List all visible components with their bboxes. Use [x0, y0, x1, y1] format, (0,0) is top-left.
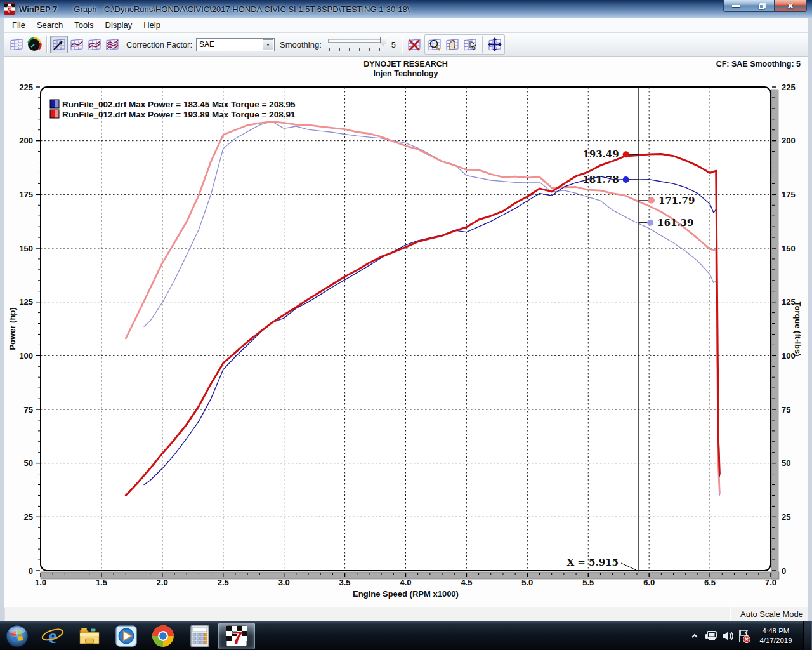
slider-ticks: [329, 48, 380, 51]
document-title: Graph - C:\DynoRuns\HONDA\CIVIC\2017 HON…: [74, 4, 409, 14]
legend-entry: RunFile_012.drf Max Power = 193.89 Max T…: [62, 110, 296, 119]
menu-help[interactable]: Help: [138, 18, 166, 32]
chevron-down-icon[interactable]: ▼: [263, 39, 273, 50]
flag-alert-icon: [737, 628, 752, 644]
calculator-button[interactable]: [181, 623, 218, 649]
status-panel-left: [4, 608, 730, 620]
winpep-window: 7 WinPEP 7Graph - C:\DynoRuns\HONDA\CIVI…: [0, 0, 812, 650]
menu-search[interactable]: Search: [31, 18, 69, 32]
svg-text:225: 225: [782, 83, 796, 92]
pan-hand-icon: [445, 37, 460, 52]
folder-icon: [77, 624, 102, 648]
title-bar: 7 WinPEP 7Graph - C:\DynoRuns\HONDA\CIVI…: [0, 0, 812, 18]
svg-text:Engine Speed (RPM x1000): Engine Speed (RPM x1000): [353, 589, 459, 599]
new-graph-button[interactable]: [50, 36, 68, 53]
new-graph-icon: [51, 37, 67, 52]
internet-explorer-button[interactable]: e: [34, 623, 71, 649]
network-tray-button[interactable]: [703, 623, 719, 649]
cf-smoothing-note: CF: SAE Smoothing: 5: [716, 60, 801, 69]
move-axes-button[interactable]: [486, 36, 504, 53]
restore-icon: [759, 4, 764, 9]
menu-tools[interactable]: Tools: [69, 18, 99, 32]
app-name: WinPEP 7: [19, 4, 57, 14]
action-center-button[interactable]: [736, 623, 752, 649]
cursor-marker-dot: [648, 197, 655, 204]
graph-multi-button[interactable]: [103, 36, 121, 53]
cursor-value-label: 193.49: [582, 149, 619, 160]
svg-text:25: 25: [782, 512, 790, 522]
clock-time: 4:48 PM: [754, 627, 798, 636]
internet-explorer-icon: e: [41, 624, 65, 648]
menu-display[interactable]: Display: [100, 18, 138, 32]
svg-text:200: 200: [19, 136, 33, 145]
menu-file[interactable]: File: [6, 18, 31, 32]
taskbar-apps: e: [0, 621, 255, 650]
graph-overlay-button[interactable]: [68, 36, 86, 53]
dyno-chart[interactable]: 0025255050757510010012512515015017517520…: [0, 57, 812, 607]
move-axes-icon: [487, 37, 502, 52]
slider-thumb[interactable]: [380, 37, 386, 46]
winpep7-button[interactable]: 7: [218, 623, 255, 649]
graph-grid-button[interactable]: [8, 36, 25, 53]
clear-graph-icon: [407, 37, 422, 52]
svg-text:7.0: 7.0: [765, 578, 776, 587]
windows-start-icon: [4, 623, 30, 649]
chrome-button[interactable]: [145, 623, 181, 649]
svg-text:3.0: 3.0: [278, 578, 290, 587]
close-button[interactable]: ✕: [774, 0, 807, 12]
svg-text:175: 175: [782, 190, 796, 199]
status-bar: Auto Scale Mode: [4, 607, 808, 621]
cursor-marker-dot: [647, 220, 653, 226]
media-player-icon: [114, 624, 138, 648]
svg-text:0: 0: [782, 566, 786, 576]
chart-legend: RunFile_002.drf Max Power = 183.45 Max T…: [50, 100, 296, 119]
cursor-marker-dot: [623, 151, 629, 157]
gauge-icon: [27, 37, 42, 52]
zoom-icon: [427, 37, 442, 52]
show-desktop-button[interactable]: [803, 621, 812, 650]
zoom-button[interactable]: [426, 36, 443, 53]
chart-title: DYNOJET RESEARCH: [363, 60, 448, 69]
media-player-button[interactable]: [108, 623, 145, 649]
legend-entry: RunFile_002.drf Max Power = 183.45 Max T…: [62, 100, 296, 109]
svg-text:5.5: 5.5: [582, 578, 594, 587]
svg-text:150: 150: [19, 244, 33, 253]
svg-text:7: 7: [7, 4, 12, 14]
windows-explorer-button[interactable]: [71, 623, 108, 649]
restore-button[interactable]: [749, 0, 774, 12]
svg-text:e: e: [48, 625, 57, 647]
svg-text:175: 175: [19, 190, 33, 199]
pan-hand-button[interactable]: [443, 36, 461, 53]
svg-text:Power (hp): Power (hp): [8, 307, 17, 350]
select-cursor-button[interactable]: [461, 36, 479, 53]
svg-text:50: 50: [24, 458, 33, 468]
graph-compare-button[interactable]: [86, 36, 103, 53]
toolbar-separator: [482, 36, 483, 53]
graph-grid-icon: [9, 37, 24, 52]
graph-compare-icon: [87, 37, 102, 52]
winpep-app-icon: 7: [4, 3, 15, 15]
smoothing-slider[interactable]: [328, 36, 386, 53]
graph-overlay-icon: [69, 37, 84, 52]
svg-text:25: 25: [24, 512, 33, 522]
minimize-button[interactable]: [723, 0, 749, 12]
show-hidden-icons-button[interactable]: [686, 623, 703, 649]
graph-multi-icon: [105, 37, 120, 52]
system-tray: 4:48 PM 4/17/2019: [686, 621, 812, 650]
taskbar-clock[interactable]: 4:48 PM 4/17/2019: [752, 627, 799, 646]
chart-subtitle: Injen Technology: [374, 69, 438, 78]
correction-factor-select[interactable]: SAE ▼: [196, 38, 275, 51]
svg-text:75: 75: [782, 405, 790, 415]
start-button[interactable]: [0, 623, 34, 649]
cursor-value-label: 171.79: [658, 195, 695, 206]
volume-tray-button[interactable]: [719, 623, 736, 649]
svg-text:100: 100: [19, 351, 33, 361]
clear-graph-button[interactable]: [405, 36, 423, 53]
gauge-button[interactable]: [25, 36, 43, 53]
chrome-icon: [151, 624, 175, 648]
svg-text:4.0: 4.0: [400, 578, 411, 587]
svg-text:1.0: 1.0: [35, 578, 46, 587]
svg-text:2.0: 2.0: [157, 578, 168, 587]
svg-text:50: 50: [782, 458, 790, 468]
clock-date: 4/17/2019: [754, 636, 798, 646]
